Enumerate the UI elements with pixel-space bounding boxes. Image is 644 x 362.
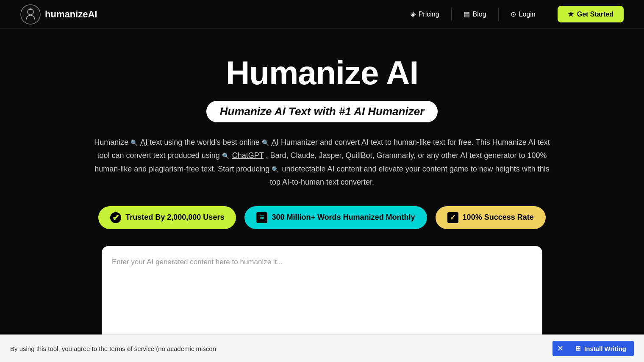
search-icon-4: 🔍 xyxy=(272,164,279,175)
hero-subtitle: Humanize AI Text with #1 AI Humanizer xyxy=(220,105,425,118)
desc-ai-2: AI xyxy=(272,138,279,146)
get-started-button[interactable]: Get Started xyxy=(558,6,624,22)
badge-words-label: 300 Million+ Words Humanized Monthly xyxy=(272,213,415,222)
humanize-input-container xyxy=(102,246,542,346)
hero-title: Humanize AI xyxy=(85,56,559,91)
check-circle-icon: ✔ xyxy=(110,212,121,223)
text-icon: ≡ xyxy=(256,212,267,223)
diamond-icon xyxy=(411,10,416,18)
star-icon xyxy=(568,10,574,18)
undetectable-link[interactable]: undetectable AI xyxy=(282,165,334,173)
main-content: Humanize AI Humanize AI Text with #1 AI … xyxy=(0,29,644,362)
svg-point-0 xyxy=(21,5,40,24)
brand-name: humanizeAI xyxy=(45,9,97,20)
close-icon: ✕ xyxy=(557,344,564,353)
notification-close-button[interactable]: ✕ xyxy=(552,341,568,356)
logo-icon xyxy=(20,4,41,25)
logo[interactable]: humanizeAI xyxy=(20,4,97,25)
notification-actions: ✕ ⊞ Install Writing xyxy=(552,341,634,356)
check-icon: ✓ xyxy=(447,212,458,223)
blog-link[interactable]: Blog xyxy=(452,10,498,18)
login-link[interactable]: Login xyxy=(499,10,547,18)
chatgpt-link[interactable]: ChatGPT xyxy=(232,151,264,160)
badge-trusted-label: Trusted By 2,000,000 Users xyxy=(125,213,224,222)
badge-success-label: 100% Success Rate xyxy=(463,213,534,222)
desc-text-1: text using the world's best online xyxy=(150,138,262,146)
search-icon-2: 🔍 xyxy=(262,138,269,148)
desc-humanize: Humanize xyxy=(94,138,130,146)
search-icon-1: 🔍 xyxy=(130,138,138,148)
notification-text: By using this tool, you agree to the ter… xyxy=(10,345,216,352)
badge-success: ✓ 100% Success Rate xyxy=(436,206,546,229)
user-icon xyxy=(511,10,516,18)
badge-words: ≡ 300 Million+ Words Humanized Monthly xyxy=(244,206,427,229)
search-icon-3: 🔍 xyxy=(222,151,229,161)
window-icon: ⊞ xyxy=(575,345,581,352)
svg-point-2 xyxy=(30,8,31,10)
hero-subtitle-wrapper: Humanize AI Text with #1 AI Humanizer xyxy=(206,101,438,122)
install-writing-button[interactable]: ⊞ Install Writing xyxy=(568,341,634,356)
badges-row: ✔ Trusted By 2,000,000 Users ≡ 300 Milli… xyxy=(85,206,559,229)
navbar: humanizeAI Pricing Blog Login Get Starte… xyxy=(0,0,644,29)
pricing-link[interactable]: Pricing xyxy=(399,10,451,18)
humanize-textarea[interactable] xyxy=(112,256,532,334)
blog-icon xyxy=(464,10,470,18)
hero-description: Humanize 🔍 AI text using the world's bes… xyxy=(89,136,555,189)
desc-ai-1: AI xyxy=(140,138,147,146)
badge-trusted: ✔ Trusted By 2,000,000 Users xyxy=(98,206,236,229)
hero-section: Humanize AI Humanize AI Text with #1 AI … xyxy=(68,29,576,362)
notification-bar: By using this tool, you agree to the ter… xyxy=(0,334,644,362)
nav-links: Pricing Blog Login Get Started xyxy=(399,6,624,22)
